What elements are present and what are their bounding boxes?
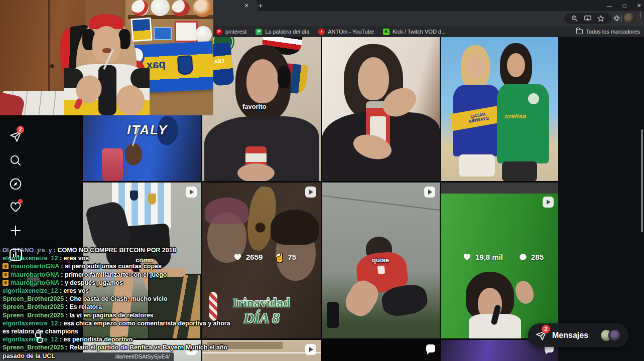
comments-count: 285 (531, 253, 544, 261)
bookmark-favicon: P (255, 29, 262, 35)
jersey-sponsor-text: QATAR AIRWAYS (464, 111, 493, 124)
bookmark-item[interactable]: ●ANTOin - YouTube (318, 29, 374, 35)
chat-username: maurobartoGNA (11, 263, 59, 270)
reel-icon (543, 197, 554, 208)
moderator-crown-badge: ♛ (3, 272, 9, 278)
sidebar-item-create[interactable] (9, 224, 22, 237)
raised-hand (513, 279, 537, 306)
mouse-cursor-hand: ☝ (275, 253, 285, 263)
chat-username: Spreen_Brother2025 (3, 295, 64, 302)
chat-separator: : (59, 279, 65, 286)
reel-thumbnail-favorito[interactable]: ABJ favorito (202, 37, 321, 181)
reel-thumbnail-beach-jerseys[interactable]: QATAR AIRWAYS crefisa (441, 37, 558, 181)
palmeiras-crest (528, 93, 539, 104)
messenger-badge: 2 (17, 126, 24, 133)
chat-separator: : (52, 247, 57, 254)
likes-count: 2659 (246, 253, 263, 261)
chat-username: Spreen_Brother2025 (3, 303, 64, 310)
badge-text: ABJ (214, 58, 224, 65)
football-3 (172, 0, 190, 17)
chat-separator: : (64, 295, 69, 302)
scrollbar[interactable] (641, 129, 643, 232)
window-restore-button[interactable]: ▢ (617, 0, 632, 11)
reel-icon (305, 344, 316, 355)
squares-widget-icon[interactable] (34, 332, 44, 344)
moderator-crown-badge: ♛ (3, 263, 9, 269)
window-close-button[interactable]: ✕ (631, 0, 644, 11)
chat-text: si pero subí unas cuantas copas (65, 263, 162, 270)
webcam-overlay: pax (0, 0, 213, 115)
face-left (467, 54, 485, 78)
omnibox-action-pill (564, 13, 611, 24)
profile-avatar[interactable] (624, 13, 634, 24)
reel-thumbnail-quise[interactable]: quise (322, 183, 440, 338)
palmeiras-jersey: crefisa (497, 84, 549, 163)
caption-favorito: favorito (242, 103, 267, 110)
chat-text: Es relatora (69, 303, 102, 310)
bookmark-star-icon[interactable] (597, 15, 604, 22)
bookmark-favicon: P (216, 29, 222, 35)
chat-separator: : (59, 271, 65, 278)
chat-text: eres vos (64, 287, 89, 294)
chat-separator: : (64, 344, 69, 351)
new-tab-button[interactable]: + (256, 1, 265, 10)
football-1 (132, 0, 149, 16)
reel-icon (424, 187, 435, 198)
notifications-dot (18, 199, 23, 204)
chat-separator: : (64, 303, 69, 310)
bookmark-item[interactable]: Ppinterest (216, 29, 246, 35)
face-right (507, 53, 525, 77)
reel-stats: 2659 75 (233, 253, 296, 261)
messages-button[interactable]: 2 Mensajes (528, 323, 628, 347)
reel-thumbnail-row3-3[interactable] (322, 340, 440, 361)
mate-gourd (125, 143, 142, 165)
top-dark-strip (441, 183, 558, 194)
club-crest (377, 265, 385, 274)
chat-separator: : (58, 336, 63, 343)
sidebar-item-notifications[interactable] (9, 201, 22, 214)
door-handle (50, 64, 54, 68)
chat-username: elgorilaxeneize_12 (3, 320, 58, 327)
menu-dots-icon[interactable]: ⋮ (637, 14, 639, 23)
window-minimize-button[interactable]: — (602, 0, 617, 11)
tab-close-icon[interactable]: ✕ (242, 2, 250, 10)
reel-stats: 19,8 mil 285 (463, 253, 544, 261)
chat-message: ♛maurobartoGNA : primero familiarizarte … (3, 271, 232, 279)
bookmarks-bar-items: PpinterestPLa palabra del día●ANTOin - Y… (216, 26, 446, 37)
right-dark-panel (558, 37, 644, 361)
chat-username: Spreen_Brother2025 (3, 312, 64, 319)
bookmark-label: pinterest (225, 29, 246, 35)
sidebar-item-search[interactable] (9, 154, 22, 167)
sidebar-item-explore[interactable] (9, 177, 22, 191)
folder-icon (576, 29, 583, 34)
bookmark-favicon: K (383, 29, 390, 35)
reel-thumbnail-greenscreen[interactable]: 19,8 mil 285 (441, 183, 558, 338)
likes-heart-icon (463, 253, 471, 261)
bookmark-item[interactable]: KKick / Twitch VOD d... (383, 29, 446, 35)
plus-icon (9, 224, 22, 237)
reel-thumbnail-frown-can[interactable] (322, 37, 440, 181)
chat-separator: : (58, 320, 63, 327)
hand (237, 163, 275, 181)
bookmark-item[interactable]: PLa palabra del día (255, 29, 309, 35)
save-cast-icon[interactable] (584, 15, 591, 22)
chat-separator: : (59, 263, 65, 270)
screen: ✕ + — ▢ ✕ ⋮ PpinterestPLa palabra del dí… (0, 0, 644, 361)
sidebar-item-messenger[interactable]: 2 (9, 130, 22, 143)
extensions-icon[interactable] (613, 15, 620, 22)
water-bottle (327, 302, 339, 328)
white-shorts-left (459, 154, 495, 176)
zoom-in-icon[interactable] (571, 15, 578, 22)
likes-heart-icon (233, 253, 242, 261)
chat-message: DI_STANO_jrs_y : COMO NO COMPRE BITCOIN … (3, 246, 232, 254)
compass-icon (9, 177, 22, 191)
chat-username: elgorilaxeneize_12 (3, 287, 58, 294)
avatar (608, 329, 621, 342)
chat-message: Spreen_Brother2025 : la vi en paginas de… (3, 311, 232, 319)
dark-shorts-right (502, 161, 537, 181)
chart-widget-icon[interactable] (9, 248, 23, 262)
moderator-crown-badge: ♛ (3, 280, 9, 286)
chat-message: Spreen_Brother2025 : Es relatora (3, 303, 232, 311)
chat-text: es periodista deportivo (64, 336, 133, 343)
all-bookmarks-button[interactable]: Todos los marcadores (576, 26, 640, 37)
